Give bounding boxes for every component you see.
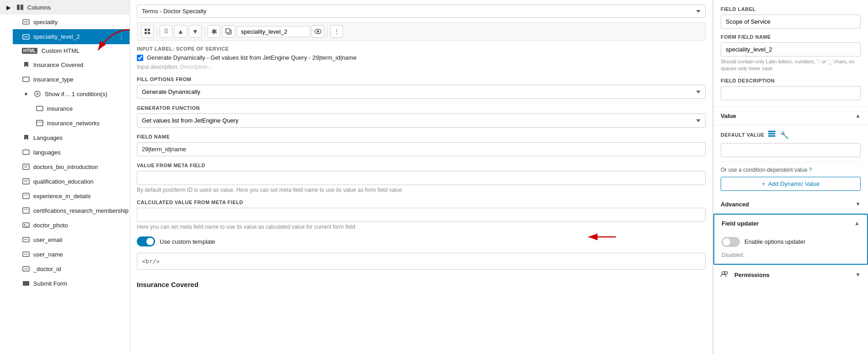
sidebar-item-label: experience_in_details [33,193,91,200]
sidebar-item-insurance-covered[interactable]: Insurance Covered [13,57,130,72]
move-up-btn[interactable]: ▲ [174,25,187,38]
generate-dynamically-label: Generate Dynamically - Get values list f… [147,54,357,61]
svg-rect-41 [768,135,775,137]
sidebar-item-label: speciality [33,19,57,26]
sidebar-item-doctor-id[interactable]: _doctor_id [13,262,130,276]
condition-icon [33,90,42,98]
value-section-title: Value [721,113,736,119]
right-panel: FIELD LABEL FORM FIELD NAME Should conta… [713,0,868,354]
rp-divider [721,162,861,162]
svg-rect-18 [23,193,29,199]
field-updater-title: Field updater [722,220,759,227]
list-icon-btn[interactable] [767,130,776,140]
sidebar-item-submit-form[interactable]: Submit Form [13,276,130,291]
advanced-section-header[interactable]: Advanced ▼ [713,195,868,214]
enable-options-toggle[interactable] [722,237,740,247]
text-field2-icon [22,250,30,258]
sidebar-item-columns[interactable]: ▶ Columns [0,0,130,15]
field-description-input[interactable] [721,86,861,100]
svg-rect-12 [23,164,29,169]
sidebar-item-custom-html[interactable]: HTML Custom HTML [13,44,130,57]
svg-rect-40 [768,133,775,134]
toolbar-divider [204,26,205,37]
sidebar-item-doctors-bio[interactable]: doctors_bio_introduction [13,159,130,174]
sidebar-item-insurance-type[interactable]: insurance_type [13,72,130,87]
sidebar-item-show-if[interactable]: ▼ Show if… 1 condition(s) [13,87,130,101]
value-section-header[interactable]: Value ▲ [713,107,868,125]
field-icon [36,104,44,113]
sidebar-item-label: certifications_research_membership [33,207,129,214]
value-from-meta-group: VALUE FROM META FIELD By default post/te… [137,163,706,193]
permissions-title: Permissions [734,272,769,278]
move-down-btn[interactable]: ▼ [189,25,202,38]
eye-btn[interactable] [312,25,324,38]
value-from-meta-input[interactable] [137,171,706,185]
add-dynamic-btn-label: Add Dynamic Value [768,180,820,187]
fill-options-group: FILL OPTIONS FROM Generate Dynamically [137,77,706,99]
more-options-icon[interactable]: ⋮ [118,32,125,41]
grid-view-btn[interactable] [141,25,154,38]
sidebar-item-certifications[interactable]: certifications_research_membership [13,203,130,218]
sidebar-item-user-email[interactable]: user_email [13,232,130,247]
value-section: Value ▲ DEFAULT VALUE 🔧 Or use a conditi… [713,107,868,195]
text-field-icon [22,163,30,171]
sidebar-item-insurance[interactable]: insurance [31,101,130,116]
chevron-down-icon: ▼ [855,272,861,278]
field-label-input[interactable] [721,15,861,29]
sidebar: ▶ Columns speciality speciality_level_2 … [0,0,130,354]
sidebar-item-label: _doctor_id [33,266,61,272]
wrench-icon-btn[interactable]: 🔧 [779,130,790,140]
sidebar-item-label: doctors_bio_introduction [33,164,98,170]
sidebar-item-speciality[interactable]: speciality [13,15,130,29]
fill-options-select[interactable]: Generate Dynamically [137,85,706,99]
sidebar-item-label: user_email [33,236,62,243]
sidebar-item-languages[interactable]: Languages [13,130,130,145]
field-name-input[interactable] [237,26,310,37]
sidebar-item-qualification[interactable]: qualification_education [13,174,130,189]
generator-function-select[interactable]: Get values list from JetEngine Query [137,113,706,128]
generator-function-label: GENERATOR FUNCTION [137,105,706,111]
calculated-value-label: CALCULATED VALUE FROM META FIELD [137,200,706,205]
sidebar-item-speciality-level-2[interactable]: speciality_level_2 ⋮ [13,29,130,44]
asterisk-btn[interactable]: ✱ [208,25,220,38]
more-options-btn[interactable]: ⋮ [330,25,343,38]
generate-dynamically-checkbox[interactable] [137,55,143,61]
field-name-field[interactable] [137,142,706,156]
default-value-input[interactable] [721,143,861,157]
chevron-up-icon: ▲ [854,220,860,226]
svg-rect-11 [23,150,29,154]
use-custom-template-toggle[interactable] [137,236,155,246]
sidebar-item-label: Submit Form [33,280,67,287]
svg-rect-36 [226,29,230,33]
svg-rect-33 [145,32,147,34]
drag-handle-btn[interactable]: ⠿ [160,25,172,38]
form-field-name-input[interactable] [721,42,861,56]
calculated-value-input[interactable] [137,208,706,222]
copy-btn[interactable] [222,25,235,38]
sidebar-item-user-name[interactable]: user_name [13,247,130,262]
field-updater-header[interactable]: Field updater ▲ [714,215,867,232]
sidebar-item-languages-field[interactable]: languages [13,145,130,159]
sidebar-item-label: insurance_networks [47,120,100,127]
sidebar-item-doctor-photo[interactable]: doctor_photo [13,218,130,232]
default-value-row: DEFAULT VALUE 🔧 [721,130,861,140]
svg-rect-6 [23,77,29,82]
sidebar-item-label: Custom HTML [42,47,80,54]
condition-link[interactable]: ? [809,167,812,173]
sidebar-item-insurance-networks[interactable]: insurance_networks [31,116,130,130]
fill-options-label: FILL OPTIONS FROM [137,77,706,82]
use-custom-template-label: Use custom template [160,238,215,245]
add-dynamic-value-btn[interactable]: + Add Dynamic Value [721,177,861,191]
svg-rect-15 [23,179,29,184]
input-label: INPUT LABEL: SCOPE OF SERVICE [137,46,706,51]
svg-rect-8 [36,106,43,111]
svg-rect-39 [768,131,775,132]
svg-rect-32 [148,29,150,31]
field-toolbar: ⠿ ▲ ▼ ✱ ⋮ [137,22,706,41]
svg-rect-31 [145,29,147,31]
sidebar-item-experience[interactable]: experience_in_details [13,189,130,203]
advanced-title: Advanced [721,201,749,208]
permissions-header[interactable]: Permissions ▼ [713,265,868,285]
sidebar-item-label: qualification_education [33,178,94,185]
terms-dropdown[interactable]: Terms - Doctor Specialty [137,5,706,18]
